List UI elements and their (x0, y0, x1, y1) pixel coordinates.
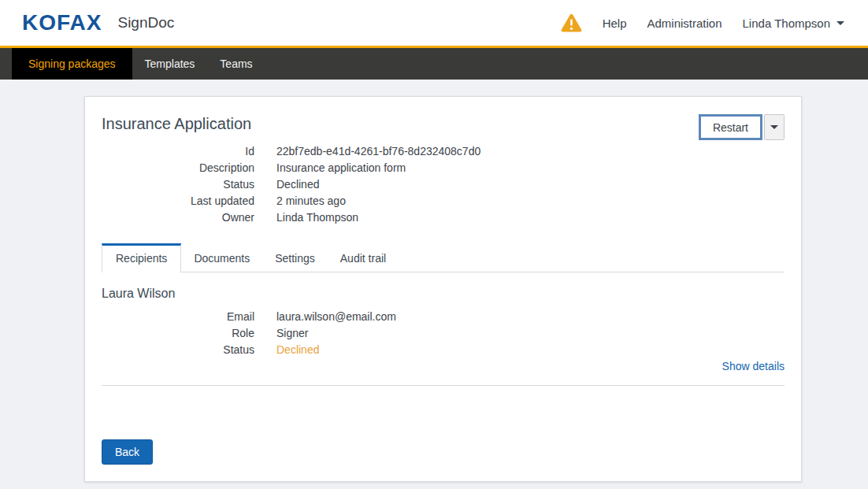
field-value: 2 minutes ago (276, 193, 346, 209)
field-value: laura.wilson@email.com (276, 309, 396, 325)
field-label: Email (102, 309, 254, 325)
field-value: Signer (276, 325, 308, 342)
card-header: Insurance Application Restart (102, 97, 785, 133)
main-nav: Signing packages Templates Teams (0, 48, 868, 80)
user-menu[interactable]: Linda Thompson (743, 17, 844, 30)
tab-documents[interactable]: Documents (181, 243, 262, 272)
page-title: Insurance Application (102, 114, 785, 133)
tab-recipients[interactable]: Recipients (102, 243, 181, 272)
kofax-logo[interactable]: KOFAX (22, 10, 102, 35)
field-label: Description (102, 160, 254, 176)
recipient-divider (102, 385, 785, 386)
product-name: SignDoc (117, 14, 174, 31)
chevron-down-icon (770, 125, 778, 129)
field-row-email: Email laura.wilson@email.com (102, 309, 785, 325)
nav-item-signing-packages[interactable]: Signing packages (12, 48, 132, 80)
field-label: Role (102, 325, 254, 342)
administration-link[interactable]: Administration (647, 17, 721, 30)
help-link[interactable]: Help (603, 17, 627, 30)
field-value: Declined (276, 176, 319, 193)
nav-item-templates[interactable]: Templates (132, 48, 208, 80)
header-actions: Help Administration Linda Thompson (561, 13, 844, 32)
recipient-section: Laura Wilson Email laura.wilson@email.co… (102, 286, 785, 386)
field-label: Status (102, 342, 254, 358)
chevron-down-icon (836, 21, 844, 25)
detail-tabs: Recipients Documents Settings Audit trai… (102, 243, 785, 272)
package-fields: Id 22bf7edb-e41d-4261-bf76-8d232408c7d0 … (102, 143, 785, 226)
restart-split-button: Restart (699, 114, 785, 140)
field-value: 22bf7edb-e41d-4261-bf76-8d232408c7d0 (276, 143, 480, 160)
nav-item-teams[interactable]: Teams (207, 48, 265, 80)
field-label: Status (102, 176, 254, 193)
field-label: Owner (102, 209, 254, 226)
recipient-name: Laura Wilson (102, 286, 785, 301)
recipient-status-value: Declined (276, 342, 319, 358)
field-row-last-updated: Last updated 2 minutes ago (102, 193, 785, 209)
restart-dropdown-button[interactable] (764, 114, 785, 140)
page-content: Insurance Application Restart Id 22bf7ed… (0, 80, 868, 482)
signing-package-card: Insurance Application Restart Id 22bf7ed… (84, 96, 802, 482)
field-row-recipient-status: Status Declined (102, 342, 785, 358)
field-row-id: Id 22bf7edb-e41d-4261-bf76-8d232408c7d0 (102, 143, 785, 160)
field-label: Last updated (102, 193, 254, 209)
field-value: Insurance application form (276, 160, 406, 176)
restart-button[interactable]: Restart (699, 114, 762, 140)
app-header: KOFAX SignDoc Help Administration Linda … (0, 0, 868, 46)
field-row-status: Status Declined (102, 176, 785, 193)
tab-audit-trail[interactable]: Audit trail (328, 243, 399, 272)
user-name: Linda Thompson (743, 17, 830, 30)
field-value: Linda Thompson (276, 209, 358, 226)
field-row-role: Role Signer (102, 325, 785, 342)
recipient-fields: Email laura.wilson@email.com Role Signer… (102, 309, 785, 358)
back-button[interactable]: Back (102, 439, 153, 465)
tab-settings[interactable]: Settings (262, 243, 328, 272)
field-row-owner: Owner Linda Thompson (102, 209, 785, 226)
show-details-link[interactable]: Show details (722, 360, 785, 372)
field-label: Id (102, 143, 254, 160)
show-details-row: Show details (102, 360, 785, 372)
warning-icon[interactable] (561, 13, 582, 32)
field-row-description: Description Insurance application form (102, 160, 785, 176)
